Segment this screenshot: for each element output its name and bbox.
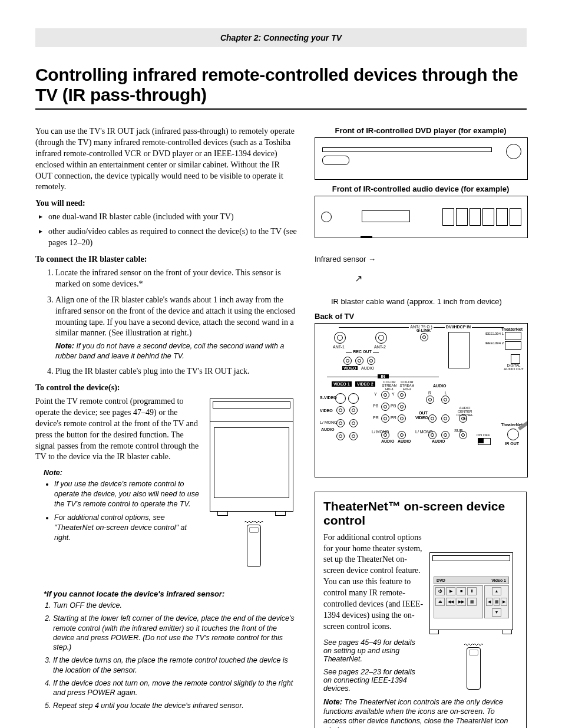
back-tv-diagram: ANT( 75 Ω ) ANT-1 ANT-2 G-LINK DVI/HDCP … [315, 323, 528, 477]
connect-note: Note: If you do not have a second device… [55, 341, 298, 361]
pb-label: PB [373, 404, 378, 408]
connect-note-text: If you do not have a second device, coil… [55, 342, 284, 360]
lmono-label: L/ MONO [320, 420, 338, 424]
need-item: one dual-wand IR blaster cable (included… [48, 212, 298, 223]
tv-illustration: 〰〰 [210, 396, 298, 585]
ant1-label: ANT-1 [333, 345, 345, 349]
ieee1-label: IEEE1394 1 [485, 332, 504, 335]
sensor-step: If the device turns on, the place the re… [53, 655, 298, 675]
ieee2-label: IEEE1394 2 [485, 341, 504, 345]
theaternet-note: Note: The TheaterNet icon controls are t… [323, 697, 518, 728]
page-title: Controlling infrared remote-controlled d… [35, 65, 527, 105]
need-list: one dual-wand IR blaster cable (included… [35, 212, 298, 249]
ant2-label: ANT-2 [374, 345, 386, 349]
right-column: Front of IR-controlled DVD player (for e… [315, 126, 527, 728]
cs2-label: COLOR STREAM HD-2 [399, 380, 415, 391]
theaternet-port-label: TheaterNet [501, 327, 523, 331]
arrow-upright-icon: ↗ [355, 274, 362, 284]
audio-front-diagram [315, 196, 528, 238]
audio-cs2-label: AUDIO [398, 439, 411, 443]
connect-step: Locate the infrared sensor on the front … [55, 268, 298, 290]
chapter-header: Chapter 2: Connecting your TV [35, 28, 527, 47]
in-label: IN [378, 374, 389, 378]
theaternet-note-text: The TheaterNet icon controls are the onl… [323, 698, 508, 728]
connect-step: Plug the IR blaster cable's plug into th… [55, 366, 298, 377]
remote-icon [247, 525, 261, 567]
connect-step-text: Align one of the IR blaster cable's wand… [55, 295, 295, 338]
connect-heading: To connect the IR blaster cable: [35, 255, 298, 264]
osd-video1-label: Video 1 [491, 578, 506, 582]
digital-audio-label: DIGITAL AUDIO OUT [504, 364, 524, 371]
note-label: Note: [44, 469, 62, 477]
remote-illustration: 〰〰 [210, 518, 298, 567]
audio-col-label: AUDIO [321, 427, 335, 431]
wand-note-text: IR blaster cable wand (approx. 1 inch fr… [331, 297, 502, 306]
y-label-2: Y [392, 392, 395, 396]
dvi-label: DVI/HDCP IN [445, 325, 472, 329]
audio-in-label: AUDIO [433, 384, 447, 388]
audio-cs1-label: AUDIO [381, 439, 395, 443]
title-rule [35, 108, 527, 110]
l-label: L [445, 391, 447, 395]
infrared-sensor-label: Infrared sensor [315, 255, 366, 263]
left-column: You can use the TV's IR OUT jack (infrar… [35, 126, 298, 728]
sensor-steps: Turn OFF the device. Starting at the low… [35, 601, 298, 711]
sensor-heading: *If you cannot locate the device's infra… [44, 589, 298, 598]
connect-steps: Locate the infrared sensor on the front … [35, 268, 298, 377]
irout-label: IR OUT [505, 442, 519, 446]
audio-front-label: Front of IR-controlled audio device (for… [315, 185, 527, 193]
note-label: Note: [55, 342, 74, 350]
pb-label-2: PB [391, 404, 396, 408]
content-columns: You can use the TV's IR OUT jack (infrar… [35, 126, 527, 728]
onoff-label: ON OFF [477, 433, 490, 437]
note-label: Note: [323, 698, 342, 706]
theaternet-heading: TheaterNet™ on-screen device control [323, 499, 518, 528]
tv-cabinet-icon [210, 398, 293, 512]
dvd-front-label: Front of IR-controlled DVD player (for e… [315, 126, 527, 135]
video2-label: VIDEO 2 [355, 381, 375, 387]
svideo-label: S-VIDEO [320, 396, 337, 400]
connect-step: Align one of the IR blaster cable's wand… [55, 295, 298, 361]
y-label: Y [374, 392, 377, 396]
theaternet-box: TheaterNet™ on-screen device control DVD… [315, 492, 527, 728]
video1-label: VIDEO 1 [332, 381, 352, 387]
video-in-label: VIDEO [320, 409, 333, 413]
intro-paragraph: You can use the TV's IR OUT jack (infrar… [35, 126, 298, 193]
out-label: OUT [419, 411, 428, 415]
audio-rec-label: AUDIO [361, 366, 374, 370]
back-tv-label: Back of TV [315, 312, 527, 321]
control-heading: To control the device(s): [35, 383, 298, 393]
r-label: R [428, 391, 431, 395]
dvd-front-diagram [315, 137, 528, 180]
pr-label: PR [373, 416, 379, 420]
video-out-label: VIDEO [415, 416, 428, 420]
theaternet-illustration: DVDVideo 1 ⏻▶■⏸ ⏏◀◀▶▶▦ ▲ ◀▦▶ [429, 532, 518, 697]
pr-label-2: PR [391, 416, 396, 420]
audio-out-label: AUDIO [432, 439, 445, 443]
need-item: other audio/video cables as required to … [48, 226, 298, 249]
sensor-step: Starting at the lower left corner of the… [53, 614, 298, 652]
control-section: 〰〰 Point the TV remote control (programm… [35, 396, 298, 585]
need-heading: You will need: [35, 199, 298, 208]
page: Chapter 2: Connecting your TV Controllin… [0, 0, 562, 728]
cs1-label: COLOR STREAM HD-1 [381, 380, 398, 391]
glink-label: G-LINK [416, 328, 431, 332]
theaternet-tv-icon: DVDVideo 1 ⏻▶■⏸ ⏏◀◀▶▶▦ ▲ ◀▦▶ [429, 552, 513, 630]
osd-dvd-label: DVD [437, 578, 445, 582]
sensor-step: Turn OFF the device. [53, 601, 298, 610]
video-rec-label: VIDEO [342, 366, 358, 370]
sensor-step: If the device does not turn on, move the… [53, 678, 298, 698]
recout-label: REC OUT [352, 350, 373, 354]
arrow-right-icon: → [368, 255, 376, 263]
wand-note: ↗ IR blaster cable wand (approx. 1 inch … [331, 285, 527, 307]
sensor-step: Repeat step 4 until you locate the devic… [53, 701, 298, 710]
remote-icon [467, 647, 481, 690]
